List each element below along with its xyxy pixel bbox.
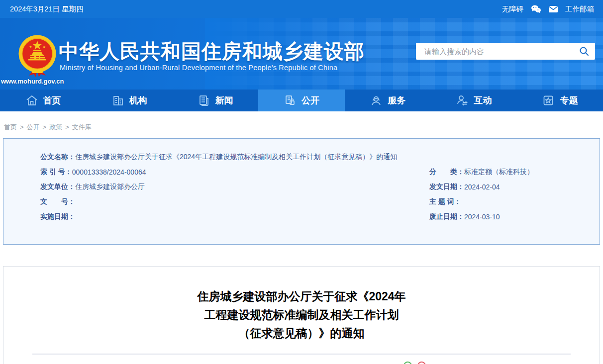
doc-info-row: 发文单位： 住房城乡建设部办公厅 发文日期： 2024-02-04 <box>40 180 590 194</box>
site-url: www.mohurd.gov.cn <box>1 78 76 85</box>
breadcrumb-separator: > <box>20 123 24 131</box>
breadcrumb: 首页>公开>政策>文件库 <box>0 111 603 138</box>
service-icon <box>370 94 383 107</box>
doc-value: 标准定额（标准科技） <box>464 168 534 177</box>
doc-label: 废止日期： <box>429 212 464 221</box>
doc-name-row: 公文名称： 住房城乡建设部办公厅关于征求《2024年工程建设规范标准编制及相关工… <box>40 150 590 165</box>
wechat-icon[interactable] <box>530 4 541 13</box>
doc-issue-date: 发文日期： 2024-02-04 <box>429 180 590 194</box>
doc-label: 分 类： <box>429 168 464 177</box>
doc-value: 2024-03-10 <box>464 213 500 221</box>
doc-label: 发文单位： <box>40 182 75 191</box>
doc-info-row: 实施日期： 废止日期： 2024-03-10 <box>40 209 590 224</box>
breadcrumb-library[interactable]: 文件库 <box>72 123 92 131</box>
doc-name-label: 公文名称： <box>40 153 75 162</box>
nav-label: 专题 <box>560 94 578 106</box>
nav-item-topics[interactable]: 专题 <box>517 90 603 111</box>
mail-icon[interactable] <box>548 5 558 13</box>
site-header: www.mohurd.gov.cn 中华人民共和国住房和城乡建设部 Minist… <box>0 18 603 90</box>
page: 2024年3月21日 星期四 无障碍 工作邮箱 <box>0 0 603 364</box>
nav-label: 公开 <box>302 94 319 106</box>
article-title-line: 工程建设规范标准编制及相关工作计划 <box>3 306 600 324</box>
doc-label: 发文日期： <box>429 182 464 191</box>
topbar-right: 无障碍 工作邮箱 <box>502 4 595 14</box>
breadcrumb-separator: > <box>65 123 69 131</box>
interaction-icon <box>456 94 469 107</box>
news-icon <box>198 94 210 107</box>
doc-number: 文 号： <box>40 194 429 209</box>
article-title: 住房城乡建设部办公厅关于征求《2024年 工程建设规范标准编制及相关工作计划 （… <box>3 287 600 343</box>
nav-item-organization[interactable]: 机构 <box>86 90 172 111</box>
wechat-share-icon[interactable] <box>403 362 412 364</box>
site-title: 中华人民共和国住房和城乡建设部 <box>59 38 365 65</box>
nav-label: 服务 <box>388 94 405 106</box>
site-title-english: Ministry of Housing and Urban-Rural Deve… <box>60 64 337 72</box>
accessibility-link[interactable]: 无障碍 <box>502 4 524 14</box>
breadcrumb-separator: > <box>43 123 47 131</box>
breadcrumb-home[interactable]: 首页 <box>4 123 17 131</box>
doc-index-number: 索 引 号： 000013338/2024-00064 <box>40 165 429 180</box>
weibo-share-icon[interactable] <box>417 362 426 364</box>
topbar: 2024年3月21日 星期四 无障碍 工作邮箱 <box>0 0 603 18</box>
nav-item-interaction[interactable]: 互动 <box>431 90 517 111</box>
doc-value: 住房城乡建设部办公厅 <box>75 182 145 191</box>
doc-value: 000013338/2024-00064 <box>72 168 146 176</box>
nav-item-news[interactable]: 新闻 <box>172 90 258 111</box>
nav-label: 新闻 <box>215 94 233 106</box>
doc-issuing-unit: 发文单位： 住房城乡建设部办公厅 <box>40 180 429 194</box>
article-title-line: （征求意见稿）》的通知 <box>3 324 600 343</box>
breadcrumb-policy[interactable]: 政策 <box>49 123 62 131</box>
national-emblem-logo[interactable] <box>18 34 57 80</box>
main-nav: 首页 机构 新闻 公开 服务 互动 专题 <box>0 90 603 111</box>
search-box <box>416 43 595 60</box>
home-icon <box>25 94 38 107</box>
search-input[interactable] <box>416 43 595 60</box>
doc-label: 主 题 词： <box>429 197 461 206</box>
title-divider <box>32 354 571 355</box>
doc-value: 2024-02-04 <box>464 183 500 191</box>
doc-category: 分 类： 标准定额（标准科技） <box>429 165 590 180</box>
topics-icon <box>542 94 555 107</box>
doc-info-row: 文 号： 主 题 词： <box>40 194 590 209</box>
doc-label: 索 引 号： <box>40 168 72 177</box>
doc-label: 文 号： <box>40 197 75 206</box>
doc-name-value: 住房城乡建设部办公厅关于征求《2024年工程建设规范标准编制及相关工作计划（征求… <box>75 153 397 162</box>
nav-label: 机构 <box>129 94 147 106</box>
nav-label: 首页 <box>43 94 61 106</box>
doc-info-row: 索 引 号： 000013338/2024-00064 分 类： 标准定额（标准… <box>40 165 590 180</box>
search-icon[interactable] <box>579 46 589 56</box>
article-title-line: 住房城乡建设部办公厅关于征求《2024年 <box>3 287 600 306</box>
doc-subject-words: 主 题 词： <box>429 194 590 209</box>
doc-label: 实施日期： <box>40 212 75 221</box>
document-info-box: 公文名称： 住房城乡建设部办公厅关于征求《2024年工程建设规范标准编制及相关工… <box>3 138 600 245</box>
nav-item-service[interactable]: 服务 <box>345 90 431 111</box>
doc-implement-date: 实施日期： <box>40 209 429 224</box>
work-mailbox-link[interactable]: 工作邮箱 <box>565 4 594 14</box>
current-date: 2024年3月21日 星期四 <box>10 4 83 14</box>
nav-item-disclosure[interactable]: 公开 <box>258 90 344 111</box>
organization-icon <box>111 94 124 107</box>
disclosure-icon <box>284 94 297 107</box>
nav-item-home[interactable]: 首页 <box>0 90 86 111</box>
doc-repeal-date: 废止日期： 2024-03-10 <box>429 209 590 224</box>
article-box: 住房城乡建设部办公厅关于征求《2024年 工程建设规范标准编制及相关工作计划 （… <box>3 266 600 364</box>
breadcrumb-disclosure[interactable]: 公开 <box>27 123 40 131</box>
nav-label: 互动 <box>474 94 492 106</box>
